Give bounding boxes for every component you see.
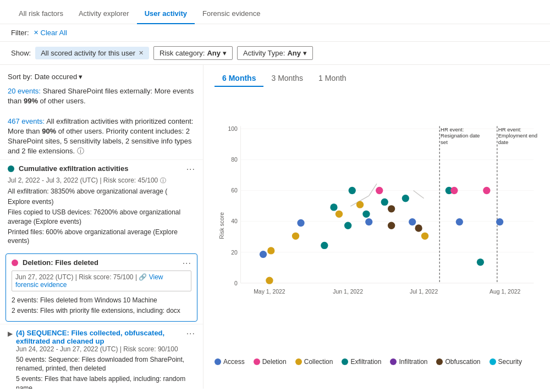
events-link-del-1[interactable]: 2 events:	[12, 296, 38, 304]
tab-activity-explorer[interactable]: Activity explorer	[71, 4, 137, 24]
svg-point-46	[409, 218, 416, 225]
svg-text:Jun 1, 2022: Jun 1, 2022	[333, 289, 363, 295]
activity-title-sequence[interactable]: (4) SEQUENCE: Files collected, obfuscate…	[16, 329, 183, 345]
access-label: Access	[223, 358, 245, 366]
svg-point-31	[292, 233, 299, 240]
svg-text:May 1, 2022: May 1, 2022	[254, 289, 285, 295]
activity-meta-cumulative: Jul 2, 2022 - Jul 3, 2022 (UTC) | Risk s…	[8, 176, 195, 185]
forensic-evidence-link[interactable]: 🔗 View forensic evidence	[15, 273, 163, 289]
time-tab-6months[interactable]: 6 Months	[215, 70, 263, 87]
explore-link-2[interactable]: Explore events)	[36, 218, 81, 225]
legend-item-security: Security	[490, 358, 522, 366]
right-panel: 6 Months 3 Months 1 Month Risk score	[204, 65, 550, 389]
tab-forensic-evidence[interactable]: Forensic evidence	[195, 4, 268, 24]
activity-detail: Explore events)	[8, 197, 195, 207]
risk-category-dropdown[interactable]: Risk category: Any ▾	[153, 46, 233, 60]
seq-events-link-2[interactable]: 5 events:	[16, 375, 43, 383]
sort-label: Sort by:	[8, 73, 32, 81]
activity-type-value: Any	[287, 49, 301, 57]
activity-item-sequence: ▶ (4) SEQUENCE: Files collected, obfusca…	[0, 324, 203, 389]
legend-item-infiltration: Infiltration	[390, 358, 427, 366]
svg-point-55	[266, 277, 273, 284]
svg-point-53	[483, 187, 490, 194]
teal-dot	[8, 165, 14, 172]
time-tabs: 6 Months 3 Months 1 Month	[215, 70, 539, 87]
close-icon: ✕	[34, 29, 38, 36]
filter-bar: Filter: ✕ Clear All	[0, 24, 550, 42]
svg-text:set: set	[441, 139, 448, 145]
chevron-down-icon: ▾	[79, 73, 82, 81]
svg-line-27	[369, 184, 377, 196]
legend-item-access: Access	[215, 358, 245, 366]
svg-text:HR event:: HR event:	[441, 126, 464, 132]
tab-user-activity[interactable]: User activity	[137, 4, 195, 24]
svg-point-44	[388, 222, 395, 229]
show-bar: Show: All scored activity for this user …	[0, 42, 550, 65]
infiltration-dot	[390, 358, 397, 365]
activity-detail: 5 events: Files that have labels applied…	[16, 374, 195, 389]
svg-point-34	[330, 203, 337, 211]
svg-point-30	[267, 247, 274, 254]
obfuscation-label: Obfuscation	[445, 358, 480, 366]
legend-item-obfuscation: Obfuscation	[436, 358, 480, 366]
clear-all-label: Clear All	[41, 29, 67, 37]
svg-text:Resignation date: Resignation date	[441, 132, 480, 139]
legend-item-exfiltration: Exfiltration	[342, 358, 381, 366]
svg-text:Jul 1, 2022: Jul 1, 2022	[410, 289, 438, 295]
svg-text:80: 80	[231, 157, 238, 163]
svg-point-47	[415, 224, 422, 231]
svg-text:20: 20	[231, 250, 238, 256]
time-tab-3months[interactable]: 3 Months	[263, 70, 311, 87]
svg-text:HR event:: HR event:	[498, 126, 521, 132]
event-link-1[interactable]: 20 events:	[8, 87, 41, 95]
more-options-button[interactable]: ···	[183, 258, 191, 268]
show-prefix: Show:	[11, 49, 31, 57]
activity-detail: 2 events: Files with priority file exten…	[12, 306, 191, 316]
more-options-button[interactable]: ···	[186, 329, 195, 339]
svg-point-52	[477, 258, 484, 266]
seq-events-link-1[interactable]: 50 events:	[16, 356, 46, 363]
clear-all-button[interactable]: ✕ Clear All	[34, 29, 67, 37]
svg-point-43	[388, 205, 395, 212]
show-pill[interactable]: All scored activity for this user ✕	[35, 47, 149, 59]
info-icon: ⓘ	[160, 177, 166, 184]
exfiltration-label: Exfiltration	[350, 358, 381, 366]
risk-category-value: Any	[207, 49, 221, 57]
activity-type-dropdown[interactable]: Activity Type: Any ▾	[237, 46, 313, 60]
svg-point-50	[450, 187, 458, 194]
svg-text:100: 100	[228, 126, 238, 132]
tab-all-risk-factors[interactable]: All risk factors	[11, 4, 71, 24]
close-pill-icon[interactable]: ✕	[139, 49, 144, 57]
sort-value[interactable]: Date occured ▾	[35, 73, 82, 81]
more-options-button[interactable]: ···	[186, 164, 195, 174]
infiltration-label: Infiltration	[399, 358, 427, 366]
chart-legend: Access Deletion Collection Exfiltration …	[215, 358, 539, 366]
svg-line-28	[414, 191, 424, 198]
time-tab-1month[interactable]: 1 Month	[311, 70, 354, 87]
svg-point-36	[344, 222, 351, 229]
event-link-2[interactable]: 467 events:	[8, 117, 45, 125]
svg-point-37	[349, 187, 356, 194]
svg-point-42	[381, 198, 388, 206]
events-link-del-2[interactable]: 2 events:	[12, 307, 38, 314]
svg-text:Employment end: Employment end	[498, 132, 537, 139]
chevron-down-icon: ▾	[223, 49, 227, 57]
activity-item-deletion: Deletion: Files deleted ··· Jun 27, 2022…	[6, 253, 197, 322]
deletion-label: Deletion	[262, 358, 287, 366]
svg-point-54	[496, 218, 503, 225]
legend-item-collection: Collection	[295, 358, 333, 366]
top-nav: All risk factors Activity explorer User …	[0, 0, 550, 24]
activity-meta-deletion: Jun 27, 2022 (UTC) | Risk score: 75/100 …	[12, 270, 191, 291]
explore-link-1[interactable]: Explore events)	[8, 198, 53, 206]
activity-detail: Files copied to USB devices: 76200% abov…	[8, 208, 195, 227]
svg-text:40: 40	[231, 218, 238, 224]
left-panel: Sort by: Date occured ▾ 20 events: Share…	[0, 65, 204, 389]
activity-detail: All exfiltration: 38350% above organizat…	[8, 187, 195, 196]
sort-bar: Sort by: Date occured ▾	[0, 69, 203, 84]
svg-point-48	[421, 233, 428, 240]
obfuscation-dot	[436, 358, 443, 365]
explore-link-3[interactable]: Explore events)	[8, 228, 178, 245]
collection-dot	[295, 358, 302, 365]
activity-title-cumulative: Cumulative exfiltration activities	[19, 164, 182, 173]
security-dot	[490, 358, 496, 365]
